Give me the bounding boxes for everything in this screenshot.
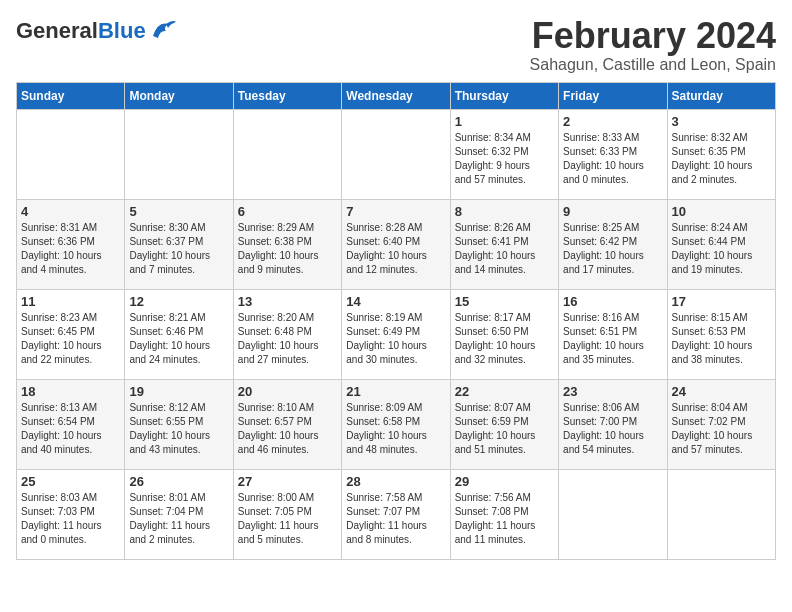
day-info: Sunrise: 8:20 AM Sunset: 6:48 PM Dayligh… (238, 311, 337, 367)
day-number: 18 (21, 384, 120, 399)
day-number: 11 (21, 294, 120, 309)
day-number: 3 (672, 114, 771, 129)
day-number: 5 (129, 204, 228, 219)
day-number: 24 (672, 384, 771, 399)
calendar-cell (342, 109, 450, 199)
calendar-cell: 27Sunrise: 8:00 AM Sunset: 7:05 PM Dayli… (233, 469, 341, 559)
day-info: Sunrise: 8:31 AM Sunset: 6:36 PM Dayligh… (21, 221, 120, 277)
calendar-week-row: 25Sunrise: 8:03 AM Sunset: 7:03 PM Dayli… (17, 469, 776, 559)
calendar-cell: 28Sunrise: 7:58 AM Sunset: 7:07 PM Dayli… (342, 469, 450, 559)
calendar-cell: 29Sunrise: 7:56 AM Sunset: 7:08 PM Dayli… (450, 469, 558, 559)
day-info: Sunrise: 7:56 AM Sunset: 7:08 PM Dayligh… (455, 491, 554, 547)
calendar-cell: 17Sunrise: 8:15 AM Sunset: 6:53 PM Dayli… (667, 289, 775, 379)
day-number: 17 (672, 294, 771, 309)
calendar-cell: 10Sunrise: 8:24 AM Sunset: 6:44 PM Dayli… (667, 199, 775, 289)
day-info: Sunrise: 8:23 AM Sunset: 6:45 PM Dayligh… (21, 311, 120, 367)
day-info: Sunrise: 8:06 AM Sunset: 7:00 PM Dayligh… (563, 401, 662, 457)
calendar-cell: 18Sunrise: 8:13 AM Sunset: 6:54 PM Dayli… (17, 379, 125, 469)
day-info: Sunrise: 8:33 AM Sunset: 6:33 PM Dayligh… (563, 131, 662, 187)
calendar-cell (667, 469, 775, 559)
day-info: Sunrise: 8:15 AM Sunset: 6:53 PM Dayligh… (672, 311, 771, 367)
logo-bird-icon (148, 16, 178, 46)
calendar-cell (17, 109, 125, 199)
day-number: 4 (21, 204, 120, 219)
calendar-cell: 22Sunrise: 8:07 AM Sunset: 6:59 PM Dayli… (450, 379, 558, 469)
calendar-week-row: 18Sunrise: 8:13 AM Sunset: 6:54 PM Dayli… (17, 379, 776, 469)
calendar-day-header: Wednesday (342, 82, 450, 109)
calendar-day-header: Tuesday (233, 82, 341, 109)
calendar-week-row: 1Sunrise: 8:34 AM Sunset: 6:32 PM Daylig… (17, 109, 776, 199)
day-info: Sunrise: 8:00 AM Sunset: 7:05 PM Dayligh… (238, 491, 337, 547)
title-block: February 2024 Sahagun, Castille and Leon… (530, 16, 776, 74)
logo-general-text: General (16, 18, 98, 43)
calendar-cell (125, 109, 233, 199)
day-number: 22 (455, 384, 554, 399)
calendar-week-row: 4Sunrise: 8:31 AM Sunset: 6:36 PM Daylig… (17, 199, 776, 289)
day-info: Sunrise: 8:01 AM Sunset: 7:04 PM Dayligh… (129, 491, 228, 547)
calendar-cell: 23Sunrise: 8:06 AM Sunset: 7:00 PM Dayli… (559, 379, 667, 469)
day-info: Sunrise: 8:16 AM Sunset: 6:51 PM Dayligh… (563, 311, 662, 367)
day-number: 15 (455, 294, 554, 309)
location-title: Sahagun, Castille and Leon, Spain (530, 56, 776, 74)
page-header: GeneralBlue February 2024 Sahagun, Casti… (16, 16, 776, 74)
day-info: Sunrise: 8:07 AM Sunset: 6:59 PM Dayligh… (455, 401, 554, 457)
day-number: 7 (346, 204, 445, 219)
calendar-cell: 2Sunrise: 8:33 AM Sunset: 6:33 PM Daylig… (559, 109, 667, 199)
day-number: 25 (21, 474, 120, 489)
calendar-cell: 26Sunrise: 8:01 AM Sunset: 7:04 PM Dayli… (125, 469, 233, 559)
calendar-day-header: Monday (125, 82, 233, 109)
day-info: Sunrise: 8:29 AM Sunset: 6:38 PM Dayligh… (238, 221, 337, 277)
calendar-cell: 12Sunrise: 8:21 AM Sunset: 6:46 PM Dayli… (125, 289, 233, 379)
day-info: Sunrise: 8:24 AM Sunset: 6:44 PM Dayligh… (672, 221, 771, 277)
calendar-cell (559, 469, 667, 559)
calendar-cell: 5Sunrise: 8:30 AM Sunset: 6:37 PM Daylig… (125, 199, 233, 289)
day-number: 12 (129, 294, 228, 309)
calendar-day-header: Sunday (17, 82, 125, 109)
calendar-cell: 16Sunrise: 8:16 AM Sunset: 6:51 PM Dayli… (559, 289, 667, 379)
calendar-day-header: Thursday (450, 82, 558, 109)
day-info: Sunrise: 8:25 AM Sunset: 6:42 PM Dayligh… (563, 221, 662, 277)
day-info: Sunrise: 8:21 AM Sunset: 6:46 PM Dayligh… (129, 311, 228, 367)
logo: GeneralBlue (16, 16, 178, 46)
calendar-cell: 3Sunrise: 8:32 AM Sunset: 6:35 PM Daylig… (667, 109, 775, 199)
day-info: Sunrise: 8:26 AM Sunset: 6:41 PM Dayligh… (455, 221, 554, 277)
day-number: 27 (238, 474, 337, 489)
day-info: Sunrise: 8:19 AM Sunset: 6:49 PM Dayligh… (346, 311, 445, 367)
day-number: 14 (346, 294, 445, 309)
day-number: 6 (238, 204, 337, 219)
day-number: 2 (563, 114, 662, 129)
calendar-cell: 24Sunrise: 8:04 AM Sunset: 7:02 PM Dayli… (667, 379, 775, 469)
day-number: 8 (455, 204, 554, 219)
calendar-cell: 8Sunrise: 8:26 AM Sunset: 6:41 PM Daylig… (450, 199, 558, 289)
calendar-cell: 1Sunrise: 8:34 AM Sunset: 6:32 PM Daylig… (450, 109, 558, 199)
day-number: 26 (129, 474, 228, 489)
day-info: Sunrise: 8:32 AM Sunset: 6:35 PM Dayligh… (672, 131, 771, 187)
day-info: Sunrise: 8:10 AM Sunset: 6:57 PM Dayligh… (238, 401, 337, 457)
day-info: Sunrise: 8:17 AM Sunset: 6:50 PM Dayligh… (455, 311, 554, 367)
day-number: 9 (563, 204, 662, 219)
calendar-day-header: Friday (559, 82, 667, 109)
day-info: Sunrise: 8:34 AM Sunset: 6:32 PM Dayligh… (455, 131, 554, 187)
calendar-cell: 14Sunrise: 8:19 AM Sunset: 6:49 PM Dayli… (342, 289, 450, 379)
calendar-cell: 20Sunrise: 8:10 AM Sunset: 6:57 PM Dayli… (233, 379, 341, 469)
calendar-cell (233, 109, 341, 199)
day-number: 20 (238, 384, 337, 399)
day-number: 13 (238, 294, 337, 309)
calendar-cell: 7Sunrise: 8:28 AM Sunset: 6:40 PM Daylig… (342, 199, 450, 289)
logo-blue-text: Blue (98, 18, 146, 43)
calendar-header-row: SundayMondayTuesdayWednesdayThursdayFrid… (17, 82, 776, 109)
calendar-cell: 6Sunrise: 8:29 AM Sunset: 6:38 PM Daylig… (233, 199, 341, 289)
day-number: 16 (563, 294, 662, 309)
day-info: Sunrise: 8:13 AM Sunset: 6:54 PM Dayligh… (21, 401, 120, 457)
calendar-cell: 21Sunrise: 8:09 AM Sunset: 6:58 PM Dayli… (342, 379, 450, 469)
month-title: February 2024 (530, 16, 776, 56)
day-number: 28 (346, 474, 445, 489)
calendar-cell: 13Sunrise: 8:20 AM Sunset: 6:48 PM Dayli… (233, 289, 341, 379)
day-info: Sunrise: 8:30 AM Sunset: 6:37 PM Dayligh… (129, 221, 228, 277)
calendar-table: SundayMondayTuesdayWednesdayThursdayFrid… (16, 82, 776, 560)
day-info: Sunrise: 8:12 AM Sunset: 6:55 PM Dayligh… (129, 401, 228, 457)
day-number: 21 (346, 384, 445, 399)
day-info: Sunrise: 8:28 AM Sunset: 6:40 PM Dayligh… (346, 221, 445, 277)
day-info: Sunrise: 8:03 AM Sunset: 7:03 PM Dayligh… (21, 491, 120, 547)
day-info: Sunrise: 8:09 AM Sunset: 6:58 PM Dayligh… (346, 401, 445, 457)
